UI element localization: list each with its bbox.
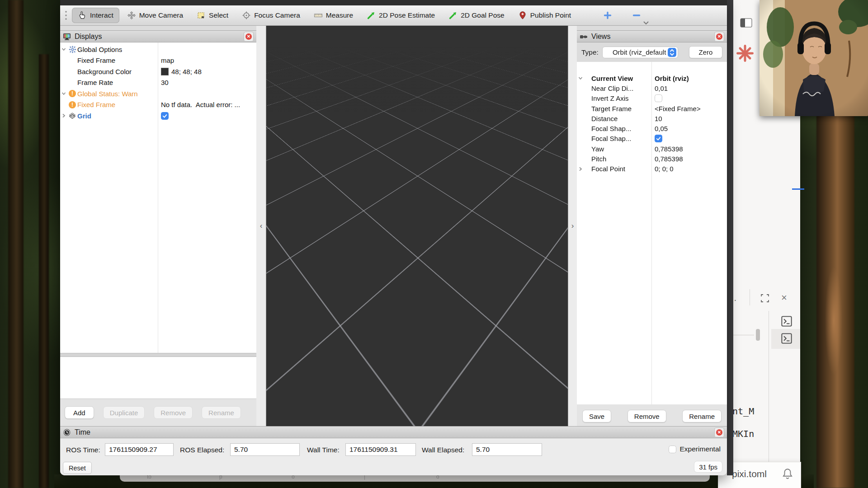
- add-tool-button[interactable]: [603, 11, 612, 20]
- tool-measure[interactable]: Measure: [308, 8, 359, 23]
- checkbox-checked[interactable]: [161, 112, 169, 120]
- terminal-icon[interactable]: [781, 315, 793, 327]
- property-row[interactable]: Target Frame<Fixed Frame>: [577, 103, 727, 113]
- property-label: Target Frame: [591, 105, 632, 113]
- tool-select[interactable]: Select: [191, 8, 234, 23]
- property-row[interactable]: Grid: [60, 110, 256, 122]
- property-value[interactable]: 0,785398: [655, 155, 683, 163]
- property-value[interactable]: 48; 48; 48: [161, 68, 202, 75]
- property-row[interactable]: Fixed Framemap: [60, 55, 256, 66]
- experimental-checkbox[interactable]: [669, 446, 676, 453]
- tool-move-camera[interactable]: Move Camera: [121, 8, 189, 23]
- remove-tool-button[interactable]: [632, 11, 641, 20]
- time-panel-header[interactable]: Time ✕: [60, 426, 727, 438]
- view-type-row: Type: Orbit (rviz_default Zero: [577, 42, 727, 62]
- divider: [750, 289, 750, 305]
- zero-button[interactable]: Zero: [689, 46, 722, 58]
- views-panel-header[interactable]: Views ✕: [577, 30, 727, 42]
- bell-icon[interactable]: [782, 468, 793, 480]
- wall-time-field[interactable]: [345, 443, 416, 456]
- property-row[interactable]: Pitch0,785398: [577, 154, 727, 164]
- tool-2d-pose-estimate[interactable]: 2D Pose Estimate: [361, 8, 441, 23]
- displays-close-button[interactable]: ✕: [244, 32, 254, 42]
- save-button[interactable]: Save: [582, 410, 611, 422]
- property-value[interactable]: No tf data. Actual error: ...: [161, 101, 240, 108]
- experimental-toggle[interactable]: Experimental: [669, 445, 721, 453]
- left-panel-collapse-handle[interactable]: ‹: [256, 26, 266, 426]
- tool-interact[interactable]: Interact: [72, 8, 119, 23]
- property-label: Near Clip Di...: [591, 84, 633, 92]
- blue-accent-line: [792, 188, 804, 190]
- property-row[interactable]: Focal Shap...: [577, 134, 727, 144]
- view-type-dropdown[interactable]: Orbit (rviz_default: [602, 47, 678, 58]
- remove-button: Remove: [154, 406, 193, 419]
- property-row[interactable]: !Fixed FrameNo tf data. Actual error: ..…: [60, 99, 256, 111]
- dropdown-stepper-icon[interactable]: [668, 48, 676, 57]
- property-row[interactable]: Near Clip Di...0,01: [577, 83, 727, 93]
- ros-time-field[interactable]: [105, 443, 174, 456]
- property-row[interactable]: Distance10: [577, 113, 727, 123]
- reset-button[interactable]: Reset: [63, 462, 92, 474]
- layout-panel-icon[interactable]: [740, 17, 753, 29]
- displays-splitter[interactable]: [60, 353, 256, 357]
- chevron-down-icon[interactable]: [577, 75, 584, 81]
- wall-elapsed-field[interactable]: [472, 443, 542, 456]
- 3d-viewport[interactable]: [266, 26, 568, 426]
- collapse-right-icon[interactable]: ›: [571, 221, 574, 230]
- checkbox-checked[interactable]: [655, 135, 662, 142]
- close-icon[interactable]: ×: [781, 292, 787, 304]
- terminal-icon[interactable]: [781, 333, 793, 344]
- tool-publish-point[interactable]: Publish Point: [512, 8, 577, 23]
- property-value[interactable]: 0,785398: [655, 145, 683, 153]
- property-value[interactable]: Orbit (rviz): [655, 75, 689, 82]
- property-row[interactable]: Focal Point0; 0; 0: [577, 164, 727, 174]
- property-value[interactable]: 0,05: [655, 125, 668, 132]
- property-value-text: 0,01: [655, 84, 668, 92]
- property-row[interactable]: Global Options: [60, 44, 256, 55]
- move-camera-icon: [127, 11, 136, 20]
- tool-2d-goal-pose[interactable]: 2D Goal Pose: [443, 8, 510, 23]
- chevron-right-icon[interactable]: [60, 113, 67, 118]
- property-value[interactable]: 10: [655, 115, 662, 122]
- property-value[interactable]: [161, 112, 169, 120]
- property-label: Yaw: [591, 145, 604, 153]
- property-row[interactable]: Background Color48; 48; 48: [60, 66, 256, 77]
- toolbar-overflow-chevron-down-icon[interactable]: [642, 20, 650, 26]
- maximize-icon[interactable]: [760, 293, 770, 304]
- displays-panel-header[interactable]: Displays ✕: [60, 30, 256, 42]
- property-value[interactable]: [655, 94, 662, 102]
- toolbar-grip-handle[interactable]: [65, 9, 67, 21]
- camera-icon: [580, 33, 588, 41]
- property-label: Background Color: [77, 68, 132, 75]
- collapse-left-icon[interactable]: ‹: [260, 221, 263, 230]
- property-row[interactable]: Yaw0,785398: [577, 144, 727, 154]
- property-value[interactable]: <Fixed Frame>: [655, 105, 701, 113]
- chevron-down-icon[interactable]: [60, 91, 67, 96]
- add-button[interactable]: Add: [65, 406, 94, 419]
- ros-elapsed-field[interactable]: [230, 443, 300, 456]
- time-close-button[interactable]: ✕: [714, 427, 724, 437]
- chevron-right-icon[interactable]: [577, 166, 584, 172]
- property-label: Global Status: Warn: [77, 90, 138, 98]
- property-value[interactable]: 0; 0; 0: [655, 165, 674, 173]
- chevron-down-icon[interactable]: [60, 47, 67, 52]
- scrollbar[interactable]: [756, 329, 760, 341]
- property-value[interactable]: map: [161, 56, 174, 64]
- property-value[interactable]: 30: [161, 79, 169, 86]
- views-close-button[interactable]: ✕: [714, 32, 724, 42]
- property-row[interactable]: Invert Z Axis: [577, 94, 727, 103]
- property-value[interactable]: 0,01: [655, 84, 668, 92]
- warning-icon: !: [67, 90, 77, 97]
- tool-focus-camera[interactable]: Focus Camera: [236, 8, 306, 23]
- property-label: Fixed Frame: [77, 101, 115, 108]
- property-row[interactable]: Focal Shap...0,05: [577, 123, 727, 133]
- property-row[interactable]: Frame Rate30: [60, 77, 256, 89]
- rviz-main-area: Displays ✕ Global OptionsFixed FramemapB…: [60, 26, 727, 426]
- property-row[interactable]: !Global Status: Warn: [60, 88, 256, 99]
- rename-button[interactable]: Rename: [682, 410, 722, 422]
- remove-button[interactable]: Remove: [627, 410, 666, 422]
- checkbox-unchecked[interactable]: [655, 94, 662, 102]
- property-row[interactable]: Current ViewOrbit (rviz): [577, 73, 727, 83]
- right-panel-collapse-handle[interactable]: ›: [568, 26, 577, 426]
- property-value[interactable]: [655, 135, 662, 142]
